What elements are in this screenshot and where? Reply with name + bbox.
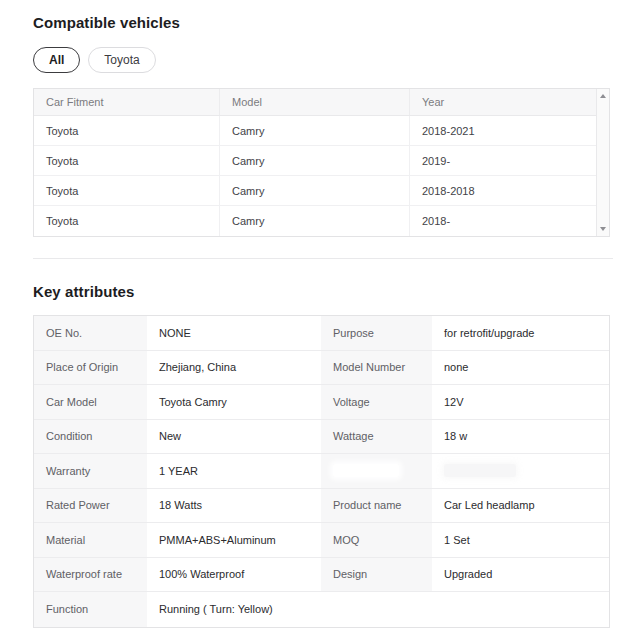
redacted-text-block: [444, 464, 516, 477]
attribute-row: Rated Power18 WattsProduct nameCar Led h…: [34, 489, 609, 524]
attr-label: Model Number: [321, 351, 432, 385]
attr-label: Design: [321, 558, 432, 592]
attr-value: 1 YEAR: [147, 454, 321, 488]
attr-label: Wattage: [321, 420, 432, 454]
attr-value: Toyota Camry: [147, 385, 321, 419]
redacted-label: [321, 454, 432, 488]
attr-label: Warranty: [34, 454, 147, 488]
attr-value: 100% Waterproof: [147, 558, 321, 592]
attribute-row: MaterialPMMA+ABS+AluminumMOQ1 Set: [34, 523, 609, 558]
cell-car-fitment: Toyota: [34, 146, 220, 175]
table-row: ToyotaCamry2018-2021: [34, 116, 596, 146]
table-row: ToyotaCamry2018-2018: [34, 176, 596, 206]
attribute-row: OE No.NONEPurposefor retrofit/upgrade: [34, 316, 609, 351]
attr-label: Waterproof rate: [34, 558, 147, 592]
scroll-down-icon[interactable]: [600, 227, 606, 231]
table-scrollbar[interactable]: [596, 89, 609, 236]
table-row: ToyotaCamry2018-: [34, 206, 596, 236]
attr-value: 18 w: [432, 420, 609, 454]
attribute-row: Warranty1 YEAR: [34, 454, 609, 489]
table-header-row: Car FitmentModelYear: [34, 89, 596, 116]
attr-value: Running ( Turn: Yellow): [147, 592, 609, 627]
table-rows: ToyotaCamry2018-2021ToyotaCamry2019-Toyo…: [34, 116, 596, 236]
attr-value: New: [147, 420, 321, 454]
column-header-model: Model: [220, 89, 410, 115]
attribute-row: Place of OriginZhejiang, ChinaModel Numb…: [34, 351, 609, 386]
attr-value: Zhejiang, China: [147, 351, 321, 385]
redacted-value: [432, 454, 609, 488]
attr-label: Rated Power: [34, 489, 147, 523]
attr-value: NONE: [147, 316, 321, 350]
attr-value: 12V: [432, 385, 609, 419]
compatible-vehicles-table: Car FitmentModelYear ToyotaCamry2018-202…: [33, 88, 610, 237]
attr-label: Place of Origin: [34, 351, 147, 385]
cell-model: Camry: [220, 146, 410, 175]
attr-label: Function: [34, 592, 147, 627]
column-header-year: Year: [410, 89, 596, 115]
vehicle-filter-chips: AllToyota: [33, 47, 610, 73]
filter-chip-toyota[interactable]: Toyota: [88, 47, 155, 73]
cell-car-fitment: Toyota: [34, 206, 220, 236]
compatible-vehicles-title: Compatible vehicles: [33, 15, 610, 31]
cell-car-fitment: Toyota: [34, 116, 220, 145]
attr-value: Upgraded: [432, 558, 609, 592]
cell-year: 2019-: [410, 146, 596, 175]
attr-label: Material: [34, 523, 147, 557]
cell-model: Camry: [220, 116, 410, 145]
attr-label: Voltage: [321, 385, 432, 419]
cell-year: 2018-2021: [410, 116, 596, 145]
attr-value: 18 Watts: [147, 489, 321, 523]
attr-value: 1 Set: [432, 523, 609, 557]
attr-label: Purpose: [321, 316, 432, 350]
compatible-vehicles-table-body: Car FitmentModelYear ToyotaCamry2018-202…: [34, 89, 596, 236]
column-header-car-fitment: Car Fitment: [34, 89, 220, 115]
section-divider: [33, 258, 613, 259]
cell-year: 2018-: [410, 206, 596, 236]
filter-chip-all[interactable]: All: [33, 47, 80, 73]
attr-label: Condition: [34, 420, 147, 454]
attr-label: MOQ: [321, 523, 432, 557]
key-attributes-table: OE No.NONEPurposefor retrofit/upgradePla…: [33, 315, 610, 628]
attribute-row: ConditionNewWattage18 w: [34, 420, 609, 455]
attr-value: for retrofit/upgrade: [432, 316, 609, 350]
attr-value: Car Led headlamp: [432, 489, 609, 523]
attr-label: OE No.: [34, 316, 147, 350]
attr-value: PMMA+ABS+Aluminum: [147, 523, 321, 557]
page: Compatible vehicles AllToyota Car Fitmen…: [0, 0, 640, 628]
redacted-text-block: [333, 464, 399, 477]
cell-model: Camry: [220, 176, 410, 205]
attribute-row: Waterproof rate100% WaterproofDesignUpgr…: [34, 558, 609, 593]
cell-model: Camry: [220, 206, 410, 236]
cell-year: 2018-2018: [410, 176, 596, 205]
cell-car-fitment: Toyota: [34, 176, 220, 205]
scroll-up-icon[interactable]: [600, 94, 606, 98]
attr-value: none: [432, 351, 609, 385]
key-attributes-title: Key attributes: [33, 284, 610, 300]
attribute-row: FunctionRunning ( Turn: Yellow): [34, 592, 609, 627]
attr-label: Product name: [321, 489, 432, 523]
attr-label: Car Model: [34, 385, 147, 419]
attribute-row: Car ModelToyota CamryVoltage12V: [34, 385, 609, 420]
table-row: ToyotaCamry2019-: [34, 146, 596, 176]
